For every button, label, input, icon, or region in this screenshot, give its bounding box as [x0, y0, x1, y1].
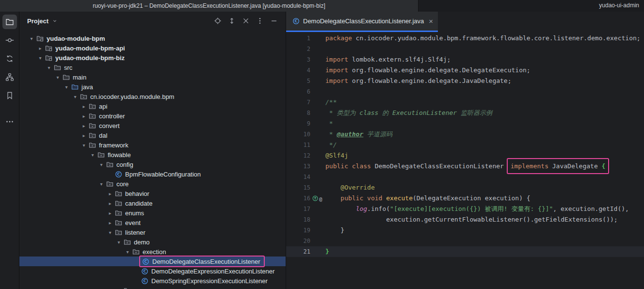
code-line[interactable]: 11 */ — [286, 140, 644, 150]
line-number[interactable]: 2 — [286, 46, 310, 52]
tree-item[interactable]: ▸behavior — [19, 189, 286, 198]
tree-item[interactable]: ▾framework — [19, 140, 286, 150]
locate-icon[interactable] — [212, 15, 224, 27]
code-line[interactable]: 3import lombok.extern.slf4j.Slf4j; — [286, 54, 644, 65]
activity-bar-item-bookmarks[interactable] — [2, 88, 17, 103]
close-tab-icon[interactable]: × — [429, 17, 433, 25]
code-line[interactable]: 9 * — [286, 118, 644, 129]
tree-item[interactable]: ▸controller — [19, 111, 286, 121]
tree-item[interactable]: ▸candidate — [19, 198, 286, 208]
chevron-collapsed-icon[interactable]: ▸ — [106, 201, 114, 206]
tree-item[interactable]: ▾listener — [19, 227, 286, 237]
tree-item[interactable]: CBpmFlowableConfiguration — [19, 169, 286, 179]
chevron-down-icon[interactable] — [51, 15, 59, 27]
hide-icon[interactable] — [268, 15, 280, 27]
line-number[interactable]: 3 — [286, 56, 310, 63]
line-number[interactable]: 19 — [286, 227, 310, 234]
line-number[interactable]: 20 — [286, 238, 310, 244]
override-icon[interactable] — [312, 195, 318, 201]
chevron-collapsed-icon[interactable]: ▸ — [106, 210, 114, 216]
code-line[interactable]: 8 * 类型为 class 的 ExecutionListener 监听器示例 — [286, 108, 644, 118]
line-number[interactable]: 5 — [286, 78, 310, 84]
options-menu-icon[interactable] — [254, 15, 266, 27]
tree-item[interactable]: ▸convert — [19, 121, 286, 130]
chevron-expanded-icon[interactable]: ▾ — [36, 55, 45, 61]
line-number[interactable]: 13 — [286, 163, 310, 170]
tree-item[interactable]: ▾java — [19, 82, 286, 92]
code-area[interactable]: 1package cn.iocoder.yudao.module.bpm.fra… — [286, 32, 644, 289]
tree-item[interactable]: CDemoDelegateExpressionExecutionListener — [19, 266, 286, 276]
line-number[interactable]: 6 — [286, 88, 310, 95]
activity-bar-item-more-tool-windows[interactable] — [2, 114, 17, 129]
project-panel-title[interactable]: Project — [27, 17, 48, 25]
chevron-expanded-icon[interactable]: ▾ — [71, 94, 80, 99]
code-line[interactable]: 1package cn.iocoder.yudao.module.bpm.fra… — [286, 33, 644, 44]
tree-item[interactable]: ▸api — [19, 101, 286, 111]
code-line[interactable]: 7/** — [286, 97, 644, 108]
chevron-collapsed-icon[interactable]: ▸ — [36, 46, 45, 51]
secondary-window-titlebar[interactable]: yudao-ui-admin — [418, 0, 644, 12]
tree-item[interactable]: ▸enums — [19, 208, 286, 218]
chevron-expanded-icon[interactable]: ▾ — [88, 152, 97, 158]
chevron-collapsed-icon[interactable]: ▸ — [80, 113, 88, 119]
line-number[interactable]: 11 — [286, 142, 310, 148]
code-line[interactable]: 21} — [286, 246, 644, 257]
tree-item[interactable]: ▸event — [19, 218, 286, 227]
chevron-expanded-icon[interactable]: ▾ — [97, 181, 106, 187]
chevron-expanded-icon[interactable]: ▾ — [80, 143, 88, 148]
chevron-collapsed-icon[interactable]: ▸ — [80, 133, 88, 138]
code-line[interactable]: 2 — [286, 44, 644, 54]
code-line[interactable]: 19 } — [286, 225, 644, 236]
tree-item[interactable]: CDemoDelegateClassExecutionListener — [19, 257, 286, 266]
code-line[interactable]: 16@ public void execute(DelegateExecutio… — [286, 193, 644, 204]
code-line[interactable]: 4import org.flowable.engine.delegate.Del… — [286, 65, 644, 76]
tree-item[interactable]: ▾yudao-module-bpm-biz — [19, 53, 286, 63]
tree-item[interactable]: ▾main — [19, 72, 286, 82]
code-line[interactable]: 10 * @author 芋道源码 — [286, 129, 644, 140]
line-number[interactable]: 21 — [286, 248, 310, 255]
code-line[interactable]: 18 execution.getCurrentFlowableListener(… — [286, 214, 644, 225]
line-number[interactable]: 14 — [286, 174, 310, 180]
code-line[interactable]: 20 — [286, 236, 644, 246]
code-line[interactable]: 13public class DemoDelegateClassExecutio… — [286, 161, 644, 172]
line-number[interactable]: 18 — [286, 216, 310, 223]
chevron-collapsed-icon[interactable]: ▸ — [106, 220, 114, 225]
tree-item[interactable]: ▾yudao-module-bpm — [19, 33, 286, 43]
tree-item[interactable]: CDemoSpringExpressionExecutionListener — [19, 276, 286, 286]
line-number[interactable]: 4 — [286, 67, 310, 74]
activity-bar-item-project[interactable] — [2, 15, 17, 29]
editor-tab[interactable]: C DemoDelegateClassExecutionListener.jav… — [286, 12, 438, 32]
collapse-all-icon[interactable] — [240, 15, 252, 27]
code-line[interactable]: 6 — [286, 86, 644, 97]
chevron-collapsed-icon[interactable]: ▸ — [80, 123, 88, 128]
line-number[interactable]: 16 — [286, 195, 310, 202]
chevron-expanded-icon[interactable]: ▾ — [62, 84, 71, 90]
activity-bar-item-structure[interactable] — [2, 70, 17, 84]
tree-item[interactable]: ▾cn.iocoder.yudao.module.bpm — [19, 92, 286, 101]
activity-bar-item-commit[interactable] — [2, 33, 17, 48]
line-number[interactable]: 8 — [286, 110, 310, 116]
tree-item[interactable]: ▸dal — [19, 130, 286, 140]
line-number[interactable]: 12 — [286, 152, 310, 159]
expand-all-icon[interactable] — [226, 15, 238, 27]
line-number[interactable]: 1 — [286, 35, 310, 42]
tree-item[interactable]: ▸yudao-module-bpm-api — [19, 43, 286, 53]
line-number[interactable]: 10 — [286, 131, 310, 138]
chevron-expanded-icon[interactable]: ▾ — [106, 230, 114, 235]
tree-item[interactable]: ▾core — [19, 179, 286, 189]
tree-item[interactable]: ▾exection — [19, 247, 286, 257]
chevron-collapsed-icon[interactable]: ▸ — [106, 191, 114, 196]
code-line[interactable]: 5import org.flowable.engine.delegate.Jav… — [286, 76, 644, 86]
chevron-expanded-icon[interactable]: ▾ — [27, 36, 36, 41]
tree-item[interactable]: ▾demo — [19, 237, 286, 247]
tree-item[interactable]: ▾config — [19, 160, 286, 169]
line-number[interactable]: 9 — [286, 120, 310, 127]
chevron-expanded-icon[interactable]: ▾ — [114, 240, 123, 245]
tree-item[interactable]: ▸ — [19, 286, 286, 289]
tree-item[interactable]: ▾flowable — [19, 150, 286, 160]
code-line[interactable]: 15 @Override — [286, 182, 644, 193]
chevron-collapsed-icon[interactable]: ▸ — [80, 104, 88, 109]
chevron-expanded-icon[interactable]: ▾ — [53, 75, 62, 80]
chevron-expanded-icon[interactable]: ▾ — [123, 249, 132, 255]
line-number[interactable]: 17 — [286, 206, 310, 212]
